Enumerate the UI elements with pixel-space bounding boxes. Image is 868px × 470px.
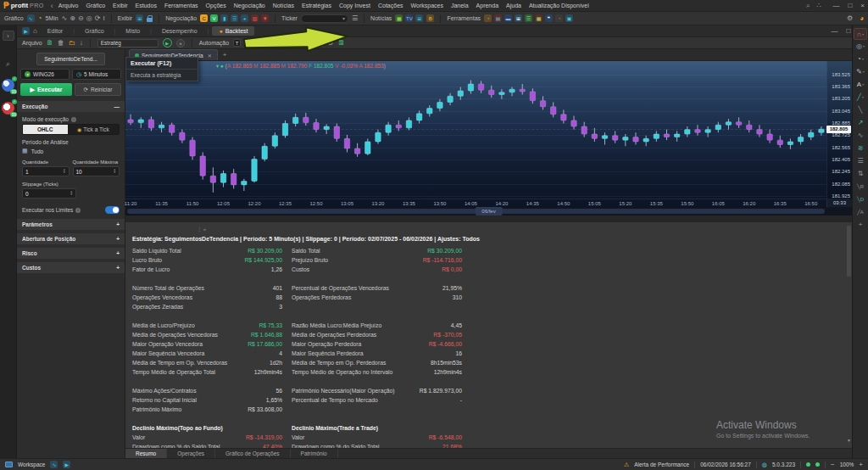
menu-grafico[interactable]: Gráfico xyxy=(86,3,106,8)
boleta-icon[interactable]: ☰ xyxy=(231,14,238,22)
zoom-in-icon[interactable]: ⊕ xyxy=(70,14,75,22)
line-icon[interactable]: ╲ xyxy=(859,104,863,116)
posicao-icon[interactable]: ◕ xyxy=(241,14,248,22)
mosaic-icon[interactable]: ⊞ xyxy=(515,14,522,22)
stepper-icon[interactable]: ▲▼ xyxy=(70,191,73,197)
stats-scrollbar[interactable]: ▼ xyxy=(847,226,851,443)
menu-janela[interactable]: Janela xyxy=(451,3,469,8)
ticker-input[interactable]: ▾ xyxy=(301,14,348,23)
search-icon[interactable]: ⌕ xyxy=(806,2,810,10)
close-button[interactable]: × xyxy=(860,2,865,9)
performance-alert-label[interactable]: Alerta de Performance xyxy=(634,462,689,467)
tab-misto[interactable]: Misto xyxy=(119,26,147,36)
qty-input[interactable]: 1▲▼ xyxy=(22,166,70,176)
ordens-icon[interactable]: ▥ xyxy=(251,14,259,22)
menu-noticias[interactable]: Notícias xyxy=(273,3,294,8)
limits-toggle[interactable] xyxy=(105,206,120,214)
section-risco[interactable]: Risco+ xyxy=(17,248,125,259)
indicator-icon[interactable]: ∿ xyxy=(62,14,68,22)
menu-estudos[interactable]: Estudos xyxy=(136,3,157,8)
layout-grid-icon[interactable]: ⊞ xyxy=(136,14,143,22)
period-value-row[interactable]: ▦ Tudo xyxy=(22,148,120,154)
menu-opcoes[interactable]: Opções xyxy=(206,3,226,8)
run-strategy-button[interactable]: ▶ xyxy=(163,38,172,48)
maximize-button[interactable]: □ xyxy=(848,2,852,9)
qty-max-input[interactable]: 10▲▼ xyxy=(73,166,120,176)
stats-scroll-thumb[interactable] xyxy=(847,226,851,277)
book-icon[interactable]: ▮ xyxy=(220,14,228,22)
levels-icon[interactable]: ☰ xyxy=(857,154,863,167)
warning-icon[interactable]: ⚠ xyxy=(624,462,629,468)
reiniciar-button[interactable]: ⟳ Reiniciar xyxy=(75,83,121,96)
automation-t-icon[interactable]: T xyxy=(233,39,241,47)
profit-app-icon[interactable]: ✓ 99 xyxy=(2,102,14,115)
draw-icon[interactable]: ✎▾ xyxy=(856,65,865,78)
compra-icon[interactable]: C xyxy=(200,14,208,22)
screener-icon[interactable]: ▦ xyxy=(535,14,542,22)
stop-strategy-button[interactable]: ■ xyxy=(176,39,185,48)
drawdown-icon[interactable]: ╲D xyxy=(857,193,864,205)
ticker-list-icon[interactable]: ☰ xyxy=(352,14,358,22)
cursor-type-icon[interactable]: I xyxy=(103,14,104,22)
home-icon[interactable]: ⌂ xyxy=(33,27,37,35)
chat-icon[interactable]: ❞ xyxy=(545,14,553,22)
workspace-play-icon[interactable]: ▶ xyxy=(63,461,70,468)
visibility-icon[interactable]: ◎▾ xyxy=(856,40,865,53)
menu-exibir[interactable]: Exibir xyxy=(113,3,128,8)
trendline-icon[interactable]: ╱▾ xyxy=(857,91,864,104)
slippage-input[interactable]: 0▲▼ xyxy=(22,188,76,199)
section-parametros[interactable]: Parâmetros+ xyxy=(17,219,125,230)
folder-icon[interactable]: 🗀 xyxy=(69,39,75,47)
text-tool-icon[interactable]: A▾ xyxy=(857,78,864,91)
download-icon[interactable]: ↓ xyxy=(80,39,83,47)
strategy-select[interactable]: Estratég xyxy=(97,39,159,48)
menu-copy-invest[interactable]: Copy Invest xyxy=(339,3,370,8)
zoom-out-icon[interactable]: ⊖ xyxy=(78,14,84,22)
candlestick-chart[interactable]: ▾ ● (A 182.865 M 182.885 M 182.790 F 182… xyxy=(125,61,852,207)
new-chart-icon[interactable]: ∿ xyxy=(27,14,35,22)
zoom-in-button[interactable]: + xyxy=(859,461,863,468)
profit-badge-icon[interactable]: ◕ xyxy=(860,14,864,22)
section-custos[interactable]: Custos+ xyxy=(17,262,125,273)
risco-icon[interactable]: ▼ xyxy=(261,14,269,22)
expand-icon[interactable]: + xyxy=(116,250,120,256)
angle-icon[interactable]: ╱A xyxy=(857,205,864,218)
menu-negociacao[interactable]: Negociação xyxy=(234,3,265,8)
new-workspace-icon[interactable]: ▶ xyxy=(22,27,30,35)
new-file-icon[interactable]: 🗎 xyxy=(47,39,53,47)
section-abertura-de-posicao[interactable]: Abertura de Posição+ xyxy=(17,233,125,244)
stepper-icon[interactable]: ▲▼ xyxy=(114,169,116,175)
expand-icon[interactable]: + xyxy=(116,265,120,271)
expand-icon[interactable]: + xyxy=(116,236,120,242)
news-grid-icon[interactable]: ⊞ xyxy=(415,14,423,22)
mode-ohlc-button[interactable]: OHLC xyxy=(23,125,68,134)
time-axis[interactable]: 11:2011:3511:5012:0512:2012:3512:5013:05… xyxy=(125,199,826,207)
ws-maximize-button[interactable]: □ xyxy=(846,27,850,35)
menu-aprenda[interactable]: Aprenda xyxy=(476,3,498,8)
summary-tab-operacoes[interactable]: Operações xyxy=(167,449,215,459)
reload-icon[interactable]: ⟳ xyxy=(95,14,101,22)
summary-tab-resumo[interactable]: Resumo xyxy=(125,449,167,459)
close-tab-icon[interactable]: ✕ xyxy=(208,53,212,59)
chart-scrollbar[interactable]: 06/fev xyxy=(125,207,852,215)
rail-search-icon[interactable]: ⌕ xyxy=(6,59,10,69)
symbol-chip[interactable]: ◆ WING26 xyxy=(20,69,70,80)
scroll-down-icon[interactable]: ▼ xyxy=(847,438,851,443)
bolsa-icon[interactable]: B xyxy=(426,14,434,22)
venda-icon[interactable]: V xyxy=(210,14,218,22)
image-icon[interactable]: ▣ xyxy=(565,14,573,22)
share-icon[interactable]: ∴ xyxy=(816,2,821,9)
menu-atualizacao-disponivel[interactable]: Atualização Disponível xyxy=(529,3,589,8)
menu-workspaces[interactable]: Workspaces xyxy=(411,3,443,8)
executar-button[interactable]: ▶ Executar xyxy=(20,83,72,96)
menu-cotacoes[interactable]: Cotações xyxy=(378,3,403,8)
summary-tab-patrimonio[interactable]: Patrimônio xyxy=(291,449,338,459)
execucao-section-header[interactable]: Execução — xyxy=(17,101,125,112)
menu-ferramentas[interactable]: Ferramentas xyxy=(164,3,198,8)
expand-icon[interactable]: + xyxy=(116,221,120,227)
tab-grafico[interactable]: Gráfico xyxy=(78,26,111,36)
menu-ajuda[interactable]: Ajuda xyxy=(506,3,521,8)
broker-app-icon[interactable]: ✓ 99 xyxy=(2,79,14,92)
crosshair-icon[interactable]: ◎ xyxy=(86,14,92,22)
curve-icon[interactable]: ∿ xyxy=(858,129,864,142)
